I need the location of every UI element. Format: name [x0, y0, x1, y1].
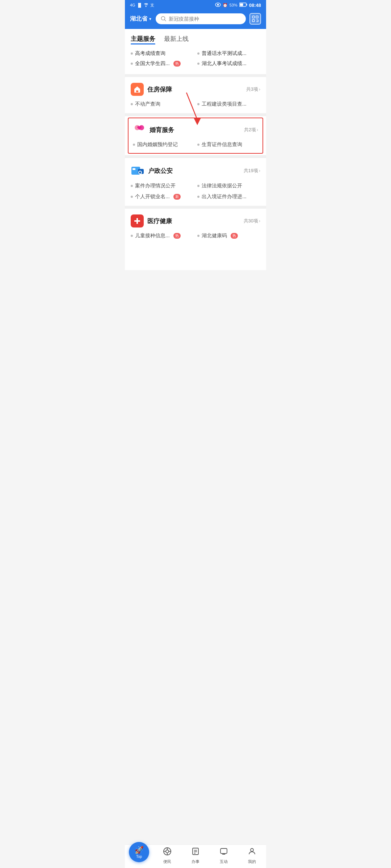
theme-tabs: 主题服务 最新上线: [131, 35, 260, 44]
bullet-icon: [197, 63, 199, 65]
police-count-text: 共19项: [244, 167, 258, 174]
chevron-down-icon: ▼: [148, 17, 152, 21]
svg-rect-13: [136, 90, 138, 92]
bullet-icon: [197, 52, 199, 55]
medical-count-text: 共30项: [244, 218, 258, 224]
item-label: 湖北健康码: [202, 233, 227, 239]
marriage-wrapper: 婚育服务 共2项 › 国内婚姻预约登记 生育证件信息查询: [125, 116, 266, 155]
time-display: 08:48: [249, 3, 261, 8]
medical-count[interactable]: 共30项 ›: [244, 218, 260, 224]
marriage-items: 国内婚姻预约登记 生育证件信息查询: [133, 141, 258, 148]
housing-count[interactable]: 共3项 ›: [246, 86, 260, 93]
theme-items-grid: 高考成绩查询 普通话水平测试成... 全国大学生四... 热 湖北人事考试成绩.…: [131, 49, 260, 70]
bullet-icon: [197, 144, 199, 146]
marriage-count-text: 共2项: [244, 127, 256, 133]
tab-theme-service[interactable]: 主题服务: [131, 35, 155, 44]
bullet-icon: [133, 144, 135, 146]
hot-badge: 热: [231, 233, 238, 239]
marriage-title: 婚育服务: [150, 126, 174, 134]
arrow-icon: ›: [259, 168, 260, 173]
item-label: 国内婚姻预约登记: [137, 141, 178, 148]
category-medical-header: 医疗健康 共30项 ›: [131, 214, 260, 227]
category-police: 户政公安 共19项 › 案件办理情况公开 法律法规依据公开 个人开锁业名... …: [125, 158, 266, 206]
status-right: ⏰ 53% 08:48: [215, 3, 261, 8]
new-badge: 新: [173, 194, 181, 200]
item-label: 儿童接种信息...: [135, 233, 170, 239]
item-label: 个人开锁业名...: [135, 193, 170, 200]
list-item[interactable]: 法律法规依据公开: [197, 183, 260, 189]
svg-point-21: [139, 171, 141, 174]
arrow-icon: ›: [259, 218, 260, 224]
medical-items: 儿童接种信息... 热 湖北健康码 热: [131, 233, 260, 239]
arrow-icon: ›: [259, 87, 260, 92]
search-icon: [161, 16, 167, 22]
divider: [125, 74, 266, 77]
item-label: 工程建设类项目查...: [202, 101, 247, 107]
svg-rect-8: [256, 16, 258, 18]
list-item[interactable]: 出入境证件办理进...: [197, 193, 260, 200]
list-item[interactable]: 湖北人事考试成绩...: [197, 60, 260, 67]
list-item[interactable]: 湖北健康码 热: [197, 233, 260, 239]
category-police-header: 户政公安 共19项 ›: [131, 164, 260, 178]
medical-icon: [131, 214, 144, 227]
app-header: 湖北省 ▼: [125, 10, 266, 29]
police-count[interactable]: 共19项 ›: [244, 167, 260, 174]
housing-icon: [131, 83, 144, 96]
bullet-icon: [131, 196, 133, 198]
list-item[interactable]: 全国大学生四... 热: [131, 60, 194, 67]
svg-point-1: [217, 4, 219, 6]
theme-section: 主题服务 最新上线 高考成绩查询 普通话水平测试成... 全国大学生四... 热…: [125, 29, 266, 74]
list-item[interactable]: 个人开锁业名... 新: [131, 193, 194, 200]
scan-button[interactable]: [249, 13, 261, 25]
svg-rect-22: [133, 168, 135, 170]
svg-marker-15: [194, 118, 201, 125]
battery-icon: [239, 3, 247, 8]
svg-rect-9: [252, 20, 255, 22]
item-label: 法律法规依据公开: [202, 183, 242, 189]
bullet-icon: [131, 235, 133, 237]
list-item[interactable]: 生育证件信息查询: [197, 141, 258, 148]
police-items: 案件办理情况公开 法律法规依据公开 个人开锁业名... 新 出入境证件办理进..…: [131, 183, 260, 200]
list-item[interactable]: 普通话水平测试成...: [197, 50, 260, 57]
hot-badge: 热: [173, 233, 181, 239]
arrow-icon: ›: [257, 127, 258, 132]
item-label: 案件办理情况公开: [135, 183, 176, 189]
tab-latest[interactable]: 最新上线: [164, 35, 189, 44]
housing-count-text: 共3项: [246, 86, 258, 93]
item-label: 普通话水平测试成...: [202, 50, 247, 57]
svg-line-14: [186, 93, 197, 120]
marriage-count[interactable]: 共2项 ›: [244, 127, 258, 133]
svg-rect-4: [240, 4, 243, 6]
bullet-icon: [197, 185, 199, 187]
search-input[interactable]: [169, 16, 241, 22]
eye-icon: [215, 3, 221, 8]
item-label: 高考成绩查询: [135, 50, 165, 57]
alarm-icon: ⏰: [223, 3, 228, 8]
marriage-icon: [133, 123, 146, 136]
list-item[interactable]: 儿童接种信息... 热: [131, 233, 194, 239]
region-selector[interactable]: 湖北省 ▼: [130, 15, 152, 23]
svg-rect-7: [252, 16, 255, 18]
list-item[interactable]: 国内婚姻预约登记: [133, 141, 194, 148]
item-label: 生育证件信息查询: [202, 141, 242, 148]
signal-bars: ▐▌: [137, 3, 143, 7]
pay-icon: 支: [150, 3, 154, 8]
list-item[interactable]: 案件办理情况公开: [131, 183, 194, 189]
svg-line-6: [164, 20, 166, 21]
divider: [125, 155, 266, 158]
list-item[interactable]: 高考成绩查询: [131, 50, 194, 57]
item-label: 不动产查询: [135, 101, 160, 107]
divider: [125, 206, 266, 209]
search-bar[interactable]: [156, 13, 246, 24]
status-left: 4G ▐▌ 支: [130, 3, 154, 8]
region-label: 湖北省: [130, 15, 147, 23]
bullet-icon: [131, 103, 133, 105]
bullet-icon: [131, 52, 133, 55]
svg-rect-24: [134, 220, 140, 222]
item-label: 湖北人事考试成绩...: [202, 60, 247, 67]
medical-title: 医疗健康: [147, 217, 172, 225]
status-bar: 4G ▐▌ 支 ⏰ 53% 08:48: [125, 0, 266, 10]
battery-text: 53%: [230, 3, 237, 7]
police-title: 户政公安: [148, 167, 173, 175]
hot-badge: 热: [173, 61, 181, 67]
